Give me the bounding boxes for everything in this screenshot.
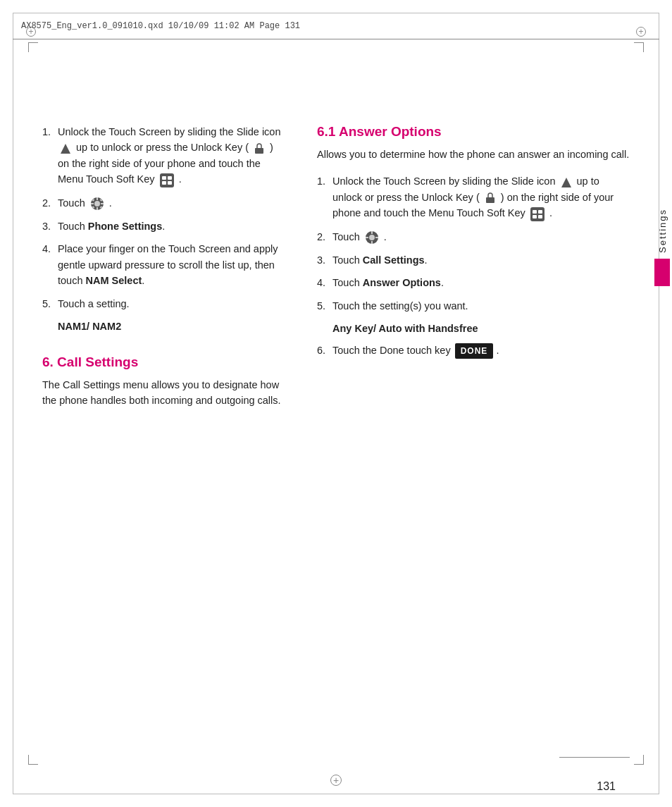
right-step-3-content: Touch Call Settings. bbox=[332, 252, 630, 268]
settings-sidebar-tab: Settings bbox=[654, 209, 671, 286]
right-step-2-content: Touch . bbox=[332, 229, 630, 245]
svg-rect-19 bbox=[530, 207, 545, 221]
corner-mark-tl bbox=[28, 42, 38, 52]
settings-sidebar-bar bbox=[654, 259, 670, 286]
svg-point-25 bbox=[369, 235, 375, 240]
menu-soft-key-icon-right1 bbox=[530, 207, 545, 222]
left-step-4: 4. Place your finger on the Touch Screen… bbox=[42, 241, 282, 288]
left-step-3-bold: Phone Settings bbox=[88, 221, 163, 232]
left-step-5: 5. Touch a setting. bbox=[42, 296, 282, 312]
svg-rect-22 bbox=[533, 215, 537, 218]
svg-rect-5 bbox=[162, 181, 166, 185]
svg-point-8 bbox=[94, 201, 100, 207]
right-step-4-num: 4. bbox=[317, 275, 332, 290]
svg-rect-4 bbox=[168, 176, 172, 180]
left-step-3-num: 3. bbox=[42, 218, 58, 234]
slide-up-icon-right bbox=[560, 176, 573, 189]
right-step-6-content: Touch the Done touch key DONE . bbox=[332, 343, 630, 359]
svg-rect-28 bbox=[366, 237, 368, 238]
right-step-1-content: Unlock the Touch Screen by sliding the S… bbox=[332, 173, 630, 221]
header-text: AX8575_Eng_ver1.0_091010.qxd 10/10/09 11… bbox=[21, 21, 300, 31]
right-step-4-bold: Answer Options bbox=[363, 277, 441, 288]
right-step-6: 6. Touch the Done touch key DONE . bbox=[317, 343, 630, 359]
registration-mark-bottom bbox=[330, 775, 342, 786]
main-content: 1. Unlock the Touch Screen by sliding th… bbox=[42, 39, 630, 765]
left-step-2: 2. Touch bbox=[42, 195, 282, 211]
svg-rect-6 bbox=[168, 181, 172, 185]
right-step-2: 2. Touch . bbox=[317, 229, 630, 245]
svg-marker-0 bbox=[61, 144, 70, 154]
corner-mark-br bbox=[634, 755, 644, 765]
left-column: 1. Unlock the Touch Screen by sliding th… bbox=[42, 39, 303, 765]
right-step-1: 1. Unlock the Touch Screen by sliding th… bbox=[317, 173, 630, 221]
left-step-1-content: Unlock the Touch Screen by sliding the S… bbox=[58, 124, 282, 188]
left-step-2-num: 2. bbox=[42, 195, 58, 211]
left-step-1-num: 1. bbox=[42, 124, 58, 188]
svg-rect-23 bbox=[538, 215, 542, 218]
svg-rect-21 bbox=[538, 210, 542, 214]
svg-rect-20 bbox=[533, 210, 537, 214]
unlock-key-icon-right bbox=[484, 192, 497, 204]
corner-mark-tr bbox=[634, 42, 644, 52]
svg-rect-12 bbox=[101, 203, 104, 204]
left-step-5-content: Touch a setting. bbox=[58, 296, 282, 312]
done-button: DONE bbox=[455, 343, 494, 359]
left-step-4-bold: NAM Select bbox=[86, 275, 142, 286]
svg-rect-10 bbox=[97, 207, 98, 210]
gear-icon-left bbox=[89, 196, 105, 211]
answer-options-intro: Allows you to determine how the phone ca… bbox=[317, 147, 630, 162]
left-step-4-content: Place your finger on the Touch Screen an… bbox=[58, 241, 282, 288]
right-step-3-bold: Call Settings bbox=[363, 254, 425, 266]
left-step-3-content: Touch Phone Settings. bbox=[58, 218, 282, 234]
page-number: 131 bbox=[597, 780, 616, 793]
right-step-4: 4. Touch Answer Options. bbox=[317, 275, 630, 290]
right-step-6-num: 6. bbox=[317, 343, 332, 359]
left-step-3: 3. Touch Phone Settings. bbox=[42, 218, 282, 234]
page-header: AX8575_Eng_ver1.0_091010.qxd 10/10/09 11… bbox=[13, 13, 659, 39]
any-key-label: Any Key/ Auto with Handsfree bbox=[332, 323, 478, 334]
call-settings-heading: 6. Call Settings bbox=[42, 355, 282, 370]
nam-sub-content: NAM1/ NAM2 bbox=[58, 319, 282, 334]
svg-rect-2 bbox=[160, 173, 174, 187]
left-step-1: 1. Unlock the Touch Screen by sliding th… bbox=[42, 124, 282, 188]
svg-rect-29 bbox=[375, 237, 378, 238]
right-step-4-content: Touch Answer Options. bbox=[332, 275, 630, 290]
svg-rect-3 bbox=[162, 176, 166, 180]
right-step-1-num: 1. bbox=[317, 173, 332, 221]
svg-rect-27 bbox=[371, 241, 373, 244]
svg-rect-18 bbox=[486, 197, 494, 203]
slide-up-icon bbox=[59, 142, 72, 155]
nam-label: NAM1/ NAM2 bbox=[58, 321, 121, 332]
unlock-key-icon bbox=[253, 142, 266, 155]
left-step-5-num: 5. bbox=[42, 296, 58, 312]
call-settings-desc: The Call Settings menu allows you to des… bbox=[42, 377, 282, 409]
right-step-5: 5. Touch the setting(s) you want. bbox=[317, 298, 630, 314]
menu-soft-key-icon-left1 bbox=[159, 173, 175, 188]
svg-rect-11 bbox=[91, 203, 94, 204]
bottom-rule bbox=[559, 757, 630, 758]
right-step-3: 3. Touch Call Settings. bbox=[317, 252, 630, 268]
right-step-2-num: 2. bbox=[317, 229, 332, 245]
right-column: 6.1 Answer Options Allows you to determi… bbox=[303, 39, 630, 765]
any-key-sub-content: Any Key/ Auto with Handsfree bbox=[332, 321, 630, 336]
svg-rect-26 bbox=[371, 231, 373, 234]
right-step-3-num: 3. bbox=[317, 252, 332, 268]
left-step-4-num: 4. bbox=[42, 241, 58, 288]
svg-rect-9 bbox=[97, 197, 98, 200]
right-step-5-content: Touch the setting(s) you want. bbox=[332, 298, 630, 314]
right-step-5-num: 5. bbox=[317, 298, 332, 314]
answer-options-heading: 6.1 Answer Options bbox=[317, 124, 630, 140]
corner-mark-bl bbox=[28, 755, 38, 765]
settings-sidebar-label: Settings bbox=[657, 209, 668, 253]
gear-icon-right bbox=[364, 230, 380, 245]
svg-marker-17 bbox=[561, 178, 571, 187]
left-step-2-content: Touch . bbox=[58, 195, 282, 211]
svg-rect-1 bbox=[255, 148, 263, 154]
